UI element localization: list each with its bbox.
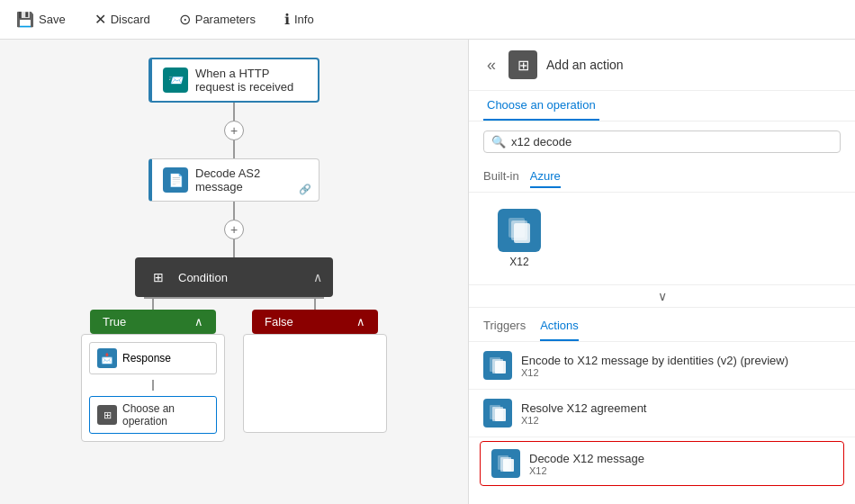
filter-tabs: Built-in Azure bbox=[469, 162, 855, 193]
x12-card[interactable]: X12 bbox=[483, 202, 555, 275]
collapse-button[interactable]: « bbox=[483, 54, 500, 76]
action-item-2[interactable]: Decode X12 message X12 bbox=[480, 441, 844, 486]
parameters-button[interactable]: ⊙ Parameters bbox=[174, 7, 261, 32]
svg-rect-2 bbox=[514, 223, 530, 243]
svg-rect-11 bbox=[503, 459, 514, 472]
decode-icon: 📄 bbox=[163, 167, 188, 193]
parameters-icon: ⊙ bbox=[179, 11, 191, 28]
action-icon-2 bbox=[491, 449, 520, 478]
toolbar: 💾 Save ✕ Discard ⊙ Parameters ℹ Info bbox=[0, 0, 855, 40]
action-icon-1 bbox=[483, 399, 512, 428]
parameters-label: Parameters bbox=[195, 13, 256, 26]
http-label: When a HTTP request is received bbox=[195, 67, 307, 94]
response-node[interactable]: 📩 Response bbox=[89, 342, 217, 374]
discard-button[interactable]: ✕ Discard bbox=[89, 7, 156, 32]
tab-actions[interactable]: Actions bbox=[540, 315, 579, 341]
tab-triggers-label: Triggers bbox=[483, 319, 526, 332]
chevron-down[interactable]: ∨ bbox=[469, 285, 855, 308]
tab-choose-operation[interactable]: Choose an operation bbox=[483, 91, 599, 121]
add-btn-1[interactable]: + bbox=[224, 121, 244, 140]
action-item-0[interactable]: Encode to X12 message by identities (v2)… bbox=[469, 342, 855, 390]
action-sub-2: X12 bbox=[529, 465, 832, 476]
connector-1: + bbox=[224, 103, 244, 158]
add-btn-2[interactable]: + bbox=[224, 220, 244, 239]
branch-row: True ∧ 📩 Response ⊞ Choose an opera bbox=[81, 297, 387, 442]
condition-chevron: ∧ bbox=[313, 270, 322, 284]
actions-tabs: Triggers Actions bbox=[469, 308, 855, 342]
svg-rect-8 bbox=[495, 409, 506, 421]
condition-label: Condition bbox=[178, 271, 228, 284]
action-info-1: Resolve X12 agreement X12 bbox=[521, 401, 841, 426]
line-2 bbox=[233, 202, 235, 220]
true-header[interactable]: True ∧ bbox=[90, 310, 216, 334]
link-icon: 🔗 bbox=[299, 184, 311, 195]
action-info-0: Encode to X12 message by identities (v2)… bbox=[521, 354, 841, 378]
panel-icon: ⊞ bbox=[508, 50, 537, 79]
canvas: 📨 When a HTTP request is received + 📄 De… bbox=[0, 40, 468, 504]
action-item-1[interactable]: Resolve X12 agreement X12 bbox=[469, 390, 855, 437]
choose-op-label: Choose an operation bbox=[122, 402, 209, 428]
connector-2: + bbox=[224, 202, 244, 257]
tab-actions-label: Actions bbox=[540, 319, 579, 332]
http-icon: 📨 bbox=[163, 68, 188, 93]
true-body: 📩 Response ⊞ Choose an operation bbox=[81, 334, 225, 442]
false-label: False bbox=[265, 315, 293, 328]
branch-connector-1 bbox=[152, 380, 154, 391]
false-chevron: ∧ bbox=[356, 315, 365, 328]
condition-node[interactable]: ⊞ Condition ∧ bbox=[135, 257, 333, 297]
action-sub-1: X12 bbox=[521, 415, 841, 426]
tab-choose-op-label: Choose an operation bbox=[487, 98, 596, 112]
info-icon: ℹ bbox=[284, 11, 290, 28]
action-info-2: Decode X12 message X12 bbox=[529, 452, 832, 476]
http-node[interactable]: 📨 When a HTTP request is received bbox=[148, 58, 320, 103]
save-button[interactable]: 💾 Save bbox=[11, 7, 71, 32]
svg-rect-5 bbox=[495, 361, 506, 374]
save-label: Save bbox=[39, 13, 66, 26]
decode-node[interactable]: 📄 Decode AS2 message 🔗 bbox=[148, 158, 320, 202]
false-header[interactable]: False ∧ bbox=[252, 310, 378, 334]
filter-azure[interactable]: Azure bbox=[530, 166, 561, 188]
x12-label: X12 bbox=[509, 256, 528, 268]
true-branch: True ∧ 📩 Response ⊞ Choose an opera bbox=[81, 297, 225, 442]
true-label: True bbox=[103, 315, 126, 328]
action-icon-0 bbox=[483, 351, 512, 380]
action-name-2: Decode X12 message bbox=[529, 452, 832, 465]
filter-builtin-label: Built-in bbox=[483, 169, 519, 183]
choose-op-icon: ⊞ bbox=[97, 405, 117, 425]
discard-label: Discard bbox=[111, 13, 150, 26]
search-icon: 🔍 bbox=[491, 135, 506, 148]
condition-icon: ⊞ bbox=[146, 265, 171, 290]
response-icon: 📩 bbox=[97, 348, 117, 368]
info-button[interactable]: ℹ Info bbox=[279, 7, 320, 32]
h-line bbox=[144, 297, 324, 299]
save-icon: 💾 bbox=[16, 11, 34, 28]
branches-area: True ∧ 📩 Response ⊞ Choose an opera bbox=[81, 297, 387, 442]
discard-icon: ✕ bbox=[94, 11, 106, 28]
x12-section: X12 bbox=[469, 193, 855, 285]
line-1 bbox=[233, 103, 235, 121]
decode-label: Decode AS2 message bbox=[195, 166, 308, 194]
choose-op-node[interactable]: ⊞ Choose an operation bbox=[89, 396, 217, 434]
panel-title: Add an action bbox=[546, 58, 624, 72]
filter-builtin[interactable]: Built-in bbox=[483, 166, 519, 188]
false-top-line bbox=[314, 297, 316, 310]
true-top-line bbox=[152, 297, 154, 310]
search-input[interactable] bbox=[511, 135, 832, 148]
line-1b bbox=[233, 140, 235, 158]
true-chevron: ∧ bbox=[194, 315, 203, 328]
line-2b bbox=[233, 239, 235, 257]
response-label: Response bbox=[122, 352, 171, 364]
false-body bbox=[243, 334, 387, 433]
tab-triggers[interactable]: Triggers bbox=[483, 315, 526, 341]
flow: 📨 When a HTTP request is received + 📄 De… bbox=[81, 58, 387, 442]
action-sub-0: X12 bbox=[521, 367, 841, 378]
x12-card-icon bbox=[498, 209, 541, 252]
action-name-0: Encode to X12 message by identities (v2)… bbox=[521, 354, 841, 367]
false-branch: False ∧ bbox=[243, 297, 387, 433]
actions-section: Triggers Actions Encode to X12 message b… bbox=[469, 308, 855, 504]
panel-header: « ⊞ Add an action bbox=[469, 40, 855, 91]
info-label: Info bbox=[294, 13, 314, 26]
main-area: 📨 When a HTTP request is received + 📄 De… bbox=[0, 40, 855, 504]
search-box[interactable]: 🔍 bbox=[483, 130, 841, 153]
action-name-1: Resolve X12 agreement bbox=[521, 401, 841, 415]
